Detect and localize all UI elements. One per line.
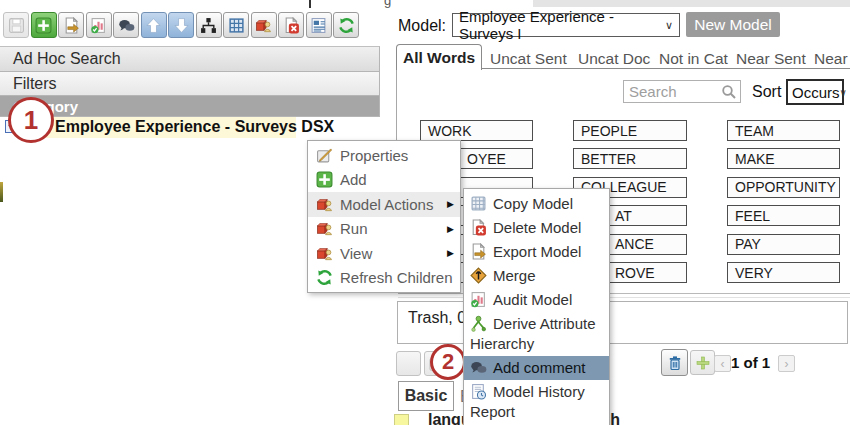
move-up-icon (145, 17, 162, 34)
submenu-item-delete-model[interactable]: Delete Model (464, 216, 609, 240)
submenu-item-label: Delete Model (493, 219, 581, 236)
menu-item-label: Refresh Children (340, 269, 453, 286)
word-item[interactable]: OPPORTUNITY (727, 177, 840, 198)
submenu-arrow-icon: ▶ (447, 199, 454, 209)
move-down-icon (173, 17, 190, 34)
tab-near-doc[interactable]: Near Doc (814, 50, 850, 68)
sort-label: Sort (752, 83, 781, 101)
submenu-item-label: Copy Model (493, 195, 573, 212)
comment-icon (470, 359, 487, 376)
comment-icon (118, 17, 135, 34)
word-item[interactable]: TEAM (727, 120, 840, 141)
delete-doc-icon (470, 219, 487, 236)
left-edge-artifact (0, 182, 3, 202)
delete-doc-button[interactable] (278, 12, 304, 38)
word-item[interactable]: FEEL (727, 205, 840, 226)
move-up-button[interactable] (141, 12, 167, 38)
submenu-item-merge[interactable]: Merge (464, 264, 609, 288)
trash-button[interactable] (661, 349, 688, 376)
export-doc-button[interactable] (58, 12, 84, 38)
menu-item-add[interactable]: Add (308, 168, 460, 193)
new-model-button[interactable]: New Model (686, 12, 780, 37)
save-button[interactable] (3, 12, 29, 38)
submenu-item-label: Model History Report (470, 383, 585, 420)
chevron-down-icon: ∨ (840, 87, 847, 98)
model-actions-icon (316, 245, 333, 262)
tab-near-sent[interactable]: Near Sent (736, 50, 806, 68)
model-actions-submenu: Copy ModelDelete ModelExport ModelMergeA… (463, 188, 610, 425)
hierarchy-icon (200, 17, 217, 34)
report-icon (310, 17, 327, 34)
refresh-icon (338, 17, 355, 34)
submenu-item-label: Audit Model (493, 291, 572, 308)
submenu-item-export-model[interactable]: Export Model (464, 240, 609, 264)
word-item[interactable]: WORK (420, 120, 533, 141)
tree-item-label: Employee Experience - Surveys DSX (55, 118, 334, 136)
refresh-button[interactable] (333, 12, 359, 38)
word-item[interactable]: MAKE (727, 148, 840, 169)
status-swatch (394, 414, 409, 425)
save-button[interactable] (396, 351, 421, 376)
submenu-item-label: Derive Attribute Hierarchy (470, 315, 596, 352)
submenu-item-model-history-report[interactable]: Model History Report (464, 380, 609, 424)
audit-button[interactable] (86, 12, 112, 38)
application-window: g Model: Employee Experience - Surveys I… (0, 0, 850, 425)
submenu-item-label: Merge (493, 267, 536, 284)
sidebar-section-category[interactable]: Category (0, 96, 380, 117)
tree-item-model[interactable]: + Employee Experience - Surveys DSX (0, 117, 380, 139)
submenu-item-derive-attribute-hierarchy[interactable]: Derive Attribute Hierarchy (464, 312, 609, 356)
menu-item-properties[interactable]: Properties (308, 143, 460, 168)
menu-item-view[interactable]: View▶ (308, 241, 460, 266)
chevron-down-icon: ∨ (665, 19, 673, 32)
word-item[interactable]: VERY (727, 262, 840, 283)
next-page-button[interactable]: › (778, 355, 795, 372)
export-doc-icon (470, 243, 487, 260)
model-actions-icon (255, 17, 272, 34)
add-button[interactable] (31, 12, 57, 38)
tab-uncat-sent[interactable]: Uncat Sent (490, 50, 567, 68)
search-input[interactable] (624, 81, 716, 102)
grid-icon (228, 17, 245, 34)
export-doc-icon (63, 17, 80, 34)
tab-not-in-cat[interactable]: Not in Cat (659, 50, 728, 68)
add-page-button[interactable] (690, 350, 715, 375)
copy-grid-icon (470, 195, 487, 212)
submenu-item-audit-model[interactable]: Audit Model (464, 288, 609, 312)
grid-button[interactable] (223, 12, 249, 38)
submenu-arrow-icon: ▶ (447, 224, 454, 234)
submenu-item-label: Export Model (493, 243, 581, 260)
menu-item-model-actions[interactable]: Model Actions▶ (308, 192, 460, 217)
prev-page-button[interactable]: ‹ (714, 355, 731, 372)
word-item[interactable]: PAY (727, 234, 840, 255)
callout-1: 1 (8, 97, 54, 143)
menu-item-label: Run (340, 220, 368, 237)
tab-uncat-doc[interactable]: Uncat Doc (578, 50, 650, 68)
sort-select[interactable]: Occurs ∨ (786, 79, 844, 105)
model-actions-icon (316, 220, 333, 237)
menu-item-refresh-children[interactable]: Refresh Children (308, 266, 460, 291)
sidebar-section-filters[interactable]: Filters (0, 72, 380, 96)
tab-basic[interactable]: Basic (398, 381, 454, 411)
submenu-item-copy-model[interactable]: Copy Model (464, 192, 609, 216)
add-icon (35, 17, 52, 34)
search-icon[interactable] (721, 84, 737, 100)
model-select[interactable]: Employee Experience - Surveys I ∨ (452, 13, 680, 37)
add-icon (316, 171, 333, 188)
menu-item-run[interactable]: Run▶ (308, 217, 460, 242)
word-item[interactable]: BETTER (573, 148, 687, 169)
model-actions-button[interactable] (251, 12, 277, 38)
word-item[interactable]: PEOPLE (573, 120, 687, 141)
stray-glyph: g (384, 0, 391, 8)
sort-select-value: Occurs (792, 84, 840, 101)
submenu-item-add-comment[interactable]: Add comment (464, 356, 609, 380)
top-tick-artifact (309, 0, 311, 8)
move-down-button[interactable] (168, 12, 194, 38)
sidebar-section-adhoc-search[interactable]: Ad Hoc Search (0, 46, 380, 72)
properties-icon (316, 147, 333, 164)
history-icon (470, 383, 487, 400)
hierarchy-button[interactable] (196, 12, 222, 38)
comment-button[interactable] (113, 12, 139, 38)
report-button[interactable] (306, 12, 332, 38)
trash-icon (667, 355, 683, 371)
tab-all-words[interactable]: All Words (396, 44, 482, 70)
